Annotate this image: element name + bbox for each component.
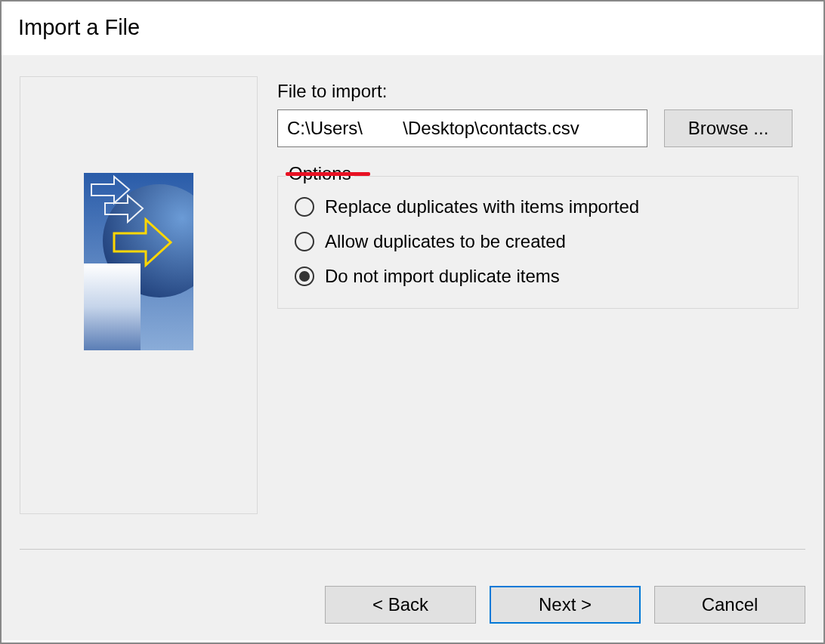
back-button[interactable]: < Back: [325, 586, 476, 624]
radio-option-1[interactable]: Allow duplicates to be created: [295, 231, 781, 252]
file-path-input[interactable]: [277, 109, 647, 147]
form-panel: File to import: Browse ... Options Repla…: [277, 76, 805, 514]
divider: [20, 549, 805, 550]
radio-option-0[interactable]: Replace duplicates with items imported: [295, 196, 781, 217]
import-arrows-icon: [84, 173, 193, 350]
radio-option-2[interactable]: Do not import duplicate items: [295, 266, 781, 287]
wizard-image-panel: [20, 76, 258, 514]
radio-label: Do not import duplicate items: [325, 266, 560, 287]
radio-icon: [295, 232, 314, 251]
radio-icon: [295, 197, 314, 217]
svg-rect-2: [84, 263, 141, 350]
cancel-button[interactable]: Cancel: [654, 586, 805, 624]
radio-label: Allow duplicates to be created: [325, 231, 566, 252]
window-title: Import a File: [2, 2, 823, 55]
annotation-underline: [286, 172, 370, 176]
options-legend: Options: [286, 163, 354, 184]
button-row: < Back Next > Cancel: [325, 586, 805, 624]
options-group: Options Replace duplicates with items im…: [277, 176, 799, 309]
next-button[interactable]: Next >: [490, 586, 641, 624]
file-label: File to import:: [277, 81, 805, 102]
radio-icon: [295, 267, 314, 286]
content-area: File to import: Browse ... Options Repla…: [2, 55, 823, 640]
radio-label: Replace duplicates with items imported: [325, 196, 639, 217]
browse-button[interactable]: Browse ...: [664, 109, 793, 147]
